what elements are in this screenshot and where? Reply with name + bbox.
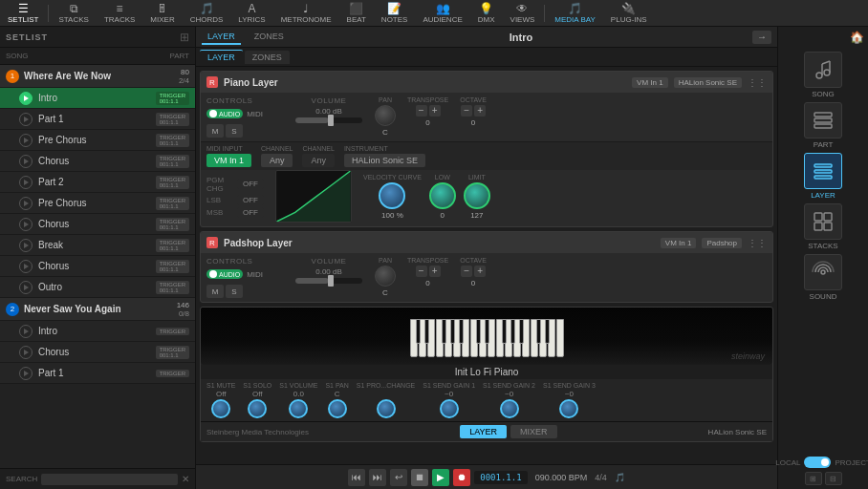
part-item-part1[interactable]: Part 1 TRIGGER001:1.1 (0, 109, 195, 130)
padshop-menu-icon[interactable]: ⋮⋮ (748, 238, 767, 248)
setlist-menu-icon[interactable]: ⊞ (180, 31, 189, 44)
nav-media-bay[interactable]: 🎵 MEDIA BAY (547, 0, 603, 26)
piano-menu-icon[interactable]: ⋮⋮ (748, 77, 767, 88)
search-input[interactable] (45, 475, 174, 484)
padshop-record-btn[interactable]: R (206, 237, 218, 248)
tab-zones[interactable]: ZONES (249, 30, 290, 45)
transport-stop[interactable]: ⏹ (411, 469, 428, 486)
velocity-knob[interactable] (379, 182, 405, 209)
padshop-ms-buttons: M S (206, 285, 283, 298)
pgm-chg-btn[interactable]: OFF (237, 179, 264, 189)
nav-mixer[interactable]: 🎚 MIXER (142, 0, 182, 26)
transpose-plus[interactable]: + (429, 105, 441, 117)
nav-tracks[interactable]: ≡ TRACKS (97, 0, 142, 26)
view-btn-2[interactable]: ⊟ (825, 472, 842, 485)
nav-dmx[interactable]: 💡 DMX (470, 0, 503, 26)
transport-next[interactable]: ⏭ (369, 469, 386, 486)
pan-knob[interactable] (375, 105, 396, 126)
padshop-octave-plus[interactable]: + (474, 266, 486, 277)
padshop-volume-slider[interactable] (295, 278, 362, 284)
instrument-val[interactable]: HALion Sonic SE (344, 154, 425, 167)
padshop-audio-toggle[interactable]: AUDIO (206, 269, 243, 279)
s1-mute-knob[interactable] (211, 399, 230, 418)
nav-plug-ins[interactable]: 🔌 PLUG-INS (603, 0, 655, 26)
s1-send3-knob[interactable] (559, 399, 578, 418)
volume-slider[interactable] (295, 117, 362, 123)
nav-notes[interactable]: 📝 NOTES (374, 0, 416, 26)
limit-knob[interactable] (464, 182, 490, 209)
solo-btn[interactable]: S (226, 124, 243, 138)
lsb-btn[interactable]: OFF (237, 195, 264, 205)
halion-mixer-tab[interactable]: MIXER (510, 425, 557, 438)
part-item-part1-s2[interactable]: Part 1 TRIGGER (0, 363, 195, 384)
part-item-chorus3[interactable]: Chorus TRIGGER001:1.1 (0, 256, 195, 277)
padshop-transpose-minus[interactable]: − (416, 266, 427, 277)
padshop-mute-btn[interactable]: M (206, 285, 224, 298)
halion-layer-tab[interactable]: LAYER (460, 425, 507, 438)
part-item-chorus1[interactable]: Chorus TRIGGER001:1.1 (0, 151, 195, 172)
transport-record[interactable]: ⏺ (453, 469, 470, 486)
part-item-outro[interactable]: Outro TRIGGER001:1.1 (0, 277, 195, 298)
nav-audience[interactable]: 👥 AUDIENCE (415, 0, 469, 26)
part-item-chorus2[interactable]: Chorus TRIGGER001:1.1 (0, 214, 195, 235)
setlist-icon: ☰ (18, 3, 29, 14)
nav-beat[interactable]: ⬛ BEAT (339, 0, 374, 26)
zones-tab[interactable]: ZONES (245, 51, 290, 64)
nav-setlist[interactable]: ☰ SETLIST (0, 0, 46, 26)
nav-stacks[interactable]: ⧉ STACKS (51, 0, 96, 26)
local-project-toggle[interactable] (804, 457, 831, 468)
layer-tab[interactable]: LAYER (200, 50, 243, 64)
media-item-layer[interactable]: LAYER (803, 153, 843, 200)
nav-chords[interactable]: 🎵 CHORDS (183, 0, 231, 26)
low-knob[interactable] (429, 182, 456, 209)
media-item-song[interactable]: SONG (803, 52, 843, 98)
octave-minus[interactable]: − (461, 105, 472, 117)
nav-lyrics[interactable]: A LYRICS (230, 0, 272, 26)
s1-pro-knob[interactable] (377, 399, 396, 418)
media-item-stacks[interactable]: STACKS (803, 203, 843, 250)
s1-send2-knob[interactable] (500, 399, 519, 418)
s1-solo-knob[interactable] (248, 399, 267, 418)
part-item-intro[interactable]: Intro TRIGGER001:1.1 (0, 88, 195, 109)
audience-icon: 👥 (436, 3, 450, 14)
song-item-2[interactable]: 2 Never Saw You Again 146 0/8 (0, 298, 195, 321)
s1-pan-knob[interactable] (328, 399, 347, 418)
padshop-pan-knob[interactable] (375, 266, 396, 287)
nav-metronome[interactable]: ♩ METRONOME (273, 0, 339, 26)
search-close-icon[interactable]: ✕ (182, 474, 189, 484)
transpose-minus[interactable]: − (416, 105, 427, 117)
piano-record-btn[interactable]: R (206, 76, 218, 88)
midi-input-val[interactable]: VM In 1 (206, 154, 251, 167)
part-item-break[interactable]: Break TRIGGER001:1.1 (0, 235, 195, 256)
part-item-chorus-s2[interactable]: Chorus TRIGGER001:1.1 (0, 342, 195, 363)
home-icon[interactable]: 🏠 (850, 31, 864, 44)
transport-rewind[interactable]: ↩ (390, 469, 407, 486)
media-item-part[interactable]: PART (803, 102, 843, 149)
part-item-prechorus1[interactable]: Pre Chorus TRIGGER001:1.1 (0, 130, 195, 151)
song-item-1[interactable]: 1 Where Are We Now 80 2/4 (0, 65, 195, 88)
part-item-intro2[interactable]: Intro TRIGGER (0, 321, 195, 342)
channel-val[interactable]: Any (261, 154, 293, 167)
nav-views[interactable]: 👁 VIEWS (503, 0, 543, 26)
part-play-icon-prechorus2 (19, 197, 33, 210)
audio-toggle[interactable]: AUDIO (206, 109, 243, 118)
view-btn-1[interactable]: ⊞ (805, 472, 822, 485)
s1-volume-knob[interactable] (289, 399, 308, 418)
svg-rect-23 (814, 164, 832, 167)
tab-layer[interactable]: LAYER (202, 30, 241, 45)
padshop-solo-btn[interactable]: S (226, 285, 243, 298)
transport-play[interactable]: ▶ (432, 469, 449, 486)
padshop-octave-plusminus: − + (461, 266, 486, 277)
padshop-octave-minus[interactable]: − (461, 266, 472, 277)
transport-prev[interactable]: ⏮ (348, 469, 365, 486)
channel2-val[interactable]: Any (302, 154, 334, 167)
octave-plus[interactable]: + (474, 105, 486, 117)
s1-send1-knob[interactable] (440, 399, 459, 418)
media-item-sound[interactable]: SOUND (803, 254, 843, 301)
nav-arrow[interactable]: → (752, 31, 771, 44)
part-item-part2[interactable]: Part 2 TRIGGER001:1.1 (0, 172, 195, 193)
mute-btn[interactable]: M (206, 124, 224, 138)
msb-btn[interactable]: OFF (237, 207, 264, 218)
padshop-transpose-plus[interactable]: + (429, 266, 441, 277)
part-item-prechorus2[interactable]: Pre Chorus TRIGGER001:1.1 (0, 193, 195, 214)
